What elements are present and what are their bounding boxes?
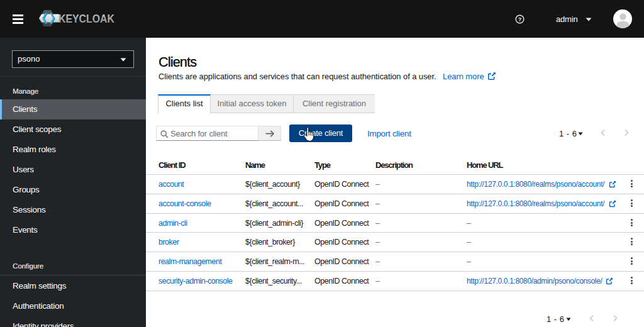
svg-text:?: ? xyxy=(518,16,522,23)
svg-text:KEYCLOAK: KEYCLOAK xyxy=(58,12,114,25)
